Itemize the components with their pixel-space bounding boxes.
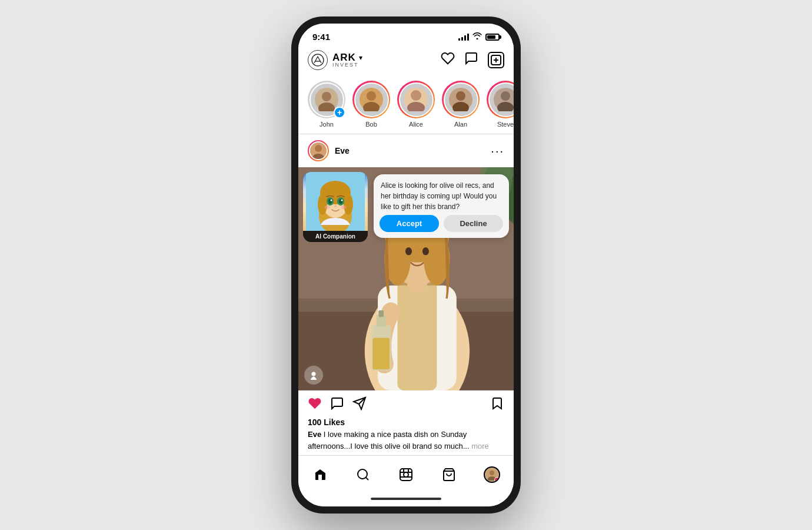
story-item[interactable]: Alan (442, 81, 480, 128)
messenger-icon[interactable] (464, 51, 478, 69)
story-name: John (320, 121, 334, 128)
svg-rect-40 (378, 310, 384, 317)
status-time: 9:41 (312, 32, 330, 42)
brand-logo[interactable]: ARK ▾ INVEST (308, 50, 362, 70)
svg-point-54 (334, 206, 337, 207)
ai-companion-label: AI Companion (303, 231, 368, 242)
post-actions-left (308, 396, 367, 414)
phone-screen: 9:41 (298, 24, 514, 506)
post-caption: Eve I love making a nice pasta dish on S… (308, 429, 504, 452)
nav-reels[interactable] (393, 462, 419, 488)
likes-count: 100 Likes (308, 418, 504, 427)
brand-name: ARK (332, 52, 356, 62)
nav-profile[interactable] (479, 462, 505, 488)
brand-sub: INVEST (332, 62, 362, 68)
chat-bubble-text: Alice is looking for olive oil recs, and… (381, 180, 502, 212)
story-avatar (354, 82, 389, 117)
stories-row: + John (298, 75, 514, 134)
story-avatar-wrap: + (308, 81, 345, 118)
accept-button[interactable]: Accept (380, 215, 439, 232)
bookmark-button[interactable] (490, 396, 504, 414)
brand-text: ARK ▾ INVEST (332, 52, 362, 68)
svg-point-37 (422, 247, 429, 255)
battery-icon (485, 34, 500, 41)
svg-point-55 (324, 206, 330, 209)
decline-button[interactable]: Decline (444, 215, 503, 232)
story-add-button[interactable]: + (334, 107, 345, 118)
story-ring (487, 81, 514, 118)
post-avatar-ring (308, 140, 329, 161)
svg-point-47 (344, 194, 353, 215)
svg-line-62 (365, 478, 368, 480)
like-button[interactable] (308, 396, 322, 414)
post-header: Eve ··· (298, 134, 514, 167)
home-indicator (298, 491, 514, 506)
story-ring (397, 81, 435, 118)
status-bar: 9:41 (298, 24, 514, 45)
wifi-icon (472, 32, 482, 41)
story-avatar-wrap (487, 81, 514, 118)
signal-icon (458, 34, 469, 41)
svg-point-11 (411, 90, 421, 101)
story-avatar-wrap (442, 81, 480, 118)
story-item[interactable]: + John (308, 81, 345, 128)
story-item[interactable]: Alice (397, 81, 435, 128)
svg-point-61 (358, 469, 367, 479)
bottom-nav (298, 455, 514, 491)
app-header: ARK ▾ INVEST (298, 45, 514, 75)
chat-bubble: Alice is looking for olive oil recs, and… (374, 174, 509, 238)
profile-avatar (484, 466, 500, 483)
phone-frame: 9:41 (291, 16, 521, 514)
story-item[interactable]: Steve (487, 81, 514, 128)
story-avatar (488, 82, 514, 117)
story-name: Alice (409, 121, 423, 128)
svg-point-20 (315, 145, 322, 152)
dropdown-icon[interactable]: ▾ (359, 54, 362, 61)
story-avatar (444, 82, 478, 117)
caption-text: I love making a nice pasta dish on Sunda… (308, 430, 470, 450)
story-avatar (399, 82, 434, 117)
ark-logo-circle (308, 50, 328, 70)
svg-point-64 (404, 472, 408, 477)
svg-point-52 (331, 200, 332, 201)
home-bar (371, 498, 441, 500)
story-avatar-wrap (352, 81, 390, 118)
story-ring (352, 81, 390, 118)
svg-rect-60 (318, 475, 322, 480)
nav-search[interactable] (350, 462, 376, 488)
svg-rect-30 (398, 279, 437, 391)
svg-point-56 (341, 206, 347, 209)
nav-shop[interactable] (436, 462, 462, 488)
header-icons (441, 51, 504, 69)
post-image-container: AI Companion Alice is looking for olive … (298, 167, 514, 390)
notification-dot (494, 477, 500, 483)
story-avatar-wrap (397, 81, 435, 118)
svg-point-36 (405, 247, 412, 255)
svg-point-71 (490, 471, 494, 475)
story-item[interactable]: Bob (352, 81, 390, 128)
share-button[interactable] (352, 396, 367, 414)
story-name: Steve (497, 121, 514, 128)
post-details: 100 Likes Eve I love making a nice pasta… (298, 416, 514, 455)
post-more-button[interactable]: ··· (491, 144, 504, 158)
ai-companion-face (303, 172, 368, 231)
ai-companion-overlay: AI Companion (303, 172, 368, 242)
post-actions (298, 390, 514, 416)
post-username: Eve (335, 146, 350, 155)
user-tag-pin (304, 366, 323, 385)
nav-home[interactable] (307, 462, 333, 488)
status-icons (458, 32, 500, 41)
new-post-icon[interactable] (488, 52, 504, 68)
svg-point-0 (312, 54, 324, 66)
heart-icon[interactable] (441, 51, 455, 69)
more-link[interactable]: more (471, 442, 489, 450)
svg-point-57 (312, 372, 316, 376)
caption-username: Eve (308, 430, 321, 439)
svg-rect-41 (372, 338, 390, 370)
story-name: Alan (454, 121, 467, 128)
chat-bubble-actions: Accept Decline (380, 215, 503, 232)
post-user[interactable]: Eve (308, 140, 350, 161)
svg-point-14 (456, 91, 465, 101)
comment-button[interactable] (330, 396, 344, 414)
story-ring (442, 81, 480, 118)
